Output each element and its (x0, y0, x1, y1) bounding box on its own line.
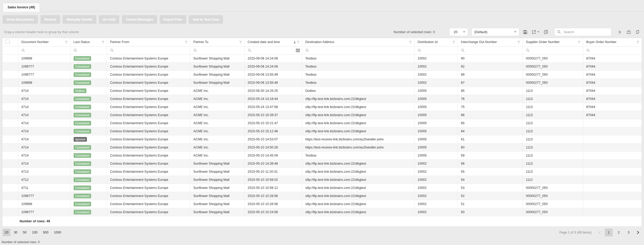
table-row[interactable]: 4714CompletedContoso Entertainment Syste… (2, 159, 642, 168)
table-row[interactable]: 1099777CompletedContoso Entertainment Sy… (2, 192, 642, 200)
filter-icon[interactable] (101, 40, 105, 44)
page-size-option-50[interactable]: 50 (21, 229, 29, 236)
toolbar-button-manually-handle[interactable]: Manually Handle (63, 15, 96, 24)
page-size-option-20[interactable]: 20 (3, 229, 10, 236)
table-row[interactable]: 4713CompletedContoso Entertainment Syste… (2, 168, 642, 176)
page-size-option-500[interactable]: 500 (41, 229, 51, 236)
toolbar-button-add-to-test-case[interactable]: Add to Test Case (189, 15, 223, 24)
table-row[interactable]: 4714CompletedContoso Entertainment Syste… (2, 119, 642, 127)
table-row[interactable]: 4711CompletedContoso Entertainment Syste… (2, 184, 642, 192)
column-header-distribution-id[interactable]: Distribution Id (414, 38, 458, 46)
filter-icon[interactable] (452, 40, 456, 44)
filter-input-partner-to[interactable] (199, 48, 242, 52)
page-number-1[interactable]: 1 (605, 229, 613, 236)
filter-icon[interactable] (239, 40, 242, 44)
row-select-cell[interactable] (2, 79, 18, 87)
row-select-cell[interactable] (2, 176, 18, 184)
search-input[interactable] (563, 30, 608, 34)
table-row[interactable]: 4714CompletedContoso Entertainment Syste… (2, 103, 642, 111)
row-select-cell[interactable] (2, 200, 18, 208)
table-row[interactable]: 4714CompletedContoso Entertainment Syste… (2, 143, 642, 151)
table-row[interactable]: 4714IgnoredContoso Entertainment Systems… (2, 135, 642, 143)
table-row[interactable]: 1099777CompletedContoso Entertainment Sy… (2, 70, 642, 79)
row-select-cell[interactable] (2, 103, 18, 111)
filter-input-supplier-order-number[interactable] (531, 48, 581, 52)
row-select-cell[interactable] (2, 159, 18, 168)
filter-input-interchange-out-number[interactable] (466, 48, 521, 52)
prev-page-button[interactable] (597, 230, 602, 235)
row-select-cell[interactable] (2, 70, 18, 79)
row-select-cell[interactable] (2, 143, 18, 151)
row-select-cell[interactable] (2, 119, 18, 127)
column-header-partner-to[interactable]: Partner To (190, 38, 244, 46)
filter-icon[interactable] (577, 40, 581, 44)
page-size-option-100[interactable]: 100 (30, 229, 40, 236)
row-select-cell[interactable] (2, 168, 18, 176)
filter-icon[interactable] (409, 40, 412, 44)
next-page-button[interactable] (635, 230, 641, 235)
table-row[interactable]: 109998CompletedContoso Entertainment Sys… (2, 54, 642, 62)
table-row[interactable]: 109998CompletedContoso Entertainment Sys… (2, 200, 642, 208)
table-row[interactable]: 1099777CompletedContoso Entertainment Sy… (2, 208, 642, 216)
table-row[interactable]: 4714CompletedContoso Entertainment Syste… (2, 95, 642, 103)
row-select-cell[interactable] (2, 135, 18, 143)
filter-icon[interactable] (517, 40, 521, 44)
copy-button[interactable] (543, 29, 549, 35)
column-header-destination-address[interactable]: Destination Address (302, 38, 414, 46)
row-select-cell[interactable] (2, 95, 18, 103)
filter-input-created-date-and-time[interactable] (253, 48, 294, 52)
page-number-2[interactable]: 2 (615, 229, 623, 236)
column-header-buyer-order-number[interactable]: Buyer Order Number (583, 38, 642, 46)
page-size-select[interactable]: 20 (449, 28, 468, 36)
layout-select[interactable]: (Default) (471, 28, 519, 36)
refresh-button[interactable] (635, 29, 640, 35)
toolbar-button-resend[interactable]: Resend (40, 15, 60, 24)
column-header-partner-from[interactable]: Partner From (107, 38, 190, 46)
row-select-cell[interactable] (2, 208, 18, 216)
column-header-document-number[interactable]: Document Number (18, 38, 70, 46)
row-select-cell[interactable] (2, 54, 18, 62)
row-select-cell[interactable] (2, 184, 18, 192)
save-layout-button[interactable] (523, 29, 528, 35)
table-row[interactable]: 109998CompletedContoso Entertainment Sys… (2, 79, 642, 87)
table-row[interactable]: 4714OutboxContoso Entertainment Systems … (2, 87, 642, 95)
open-box-button[interactable] (626, 29, 631, 35)
toolbar-button-show-documents[interactable]: Show Documents (3, 15, 38, 24)
tab-sales-invoice[interactable]: Sales Invoice (49) (3, 3, 40, 12)
page-size-option-1000[interactable]: 1000 (52, 229, 63, 236)
column-header-created-date-and-time[interactable]: Created date and time (244, 38, 302, 46)
row-select-cell[interactable] (2, 192, 18, 200)
toolbar-button-export-files[interactable]: Export Files (160, 15, 186, 24)
filter-input-document-number[interactable] (27, 48, 68, 52)
table-row[interactable]: 4714CompletedContoso Entertainment Syste… (2, 151, 642, 159)
table-row[interactable]: 4714CompletedContoso Entertainment Syste… (2, 127, 642, 135)
row-select-cell[interactable] (2, 87, 18, 95)
filter-input-partner-from[interactable] (115, 48, 188, 52)
row-select-cell[interactable] (2, 62, 18, 70)
calendar-icon[interactable] (296, 48, 300, 52)
filter-icon[interactable] (297, 40, 300, 44)
group-by-panel[interactable]: Drag a column header here to group by th… (4, 30, 79, 34)
column-header-supplier-order-number[interactable]: Supplier Order Number (523, 38, 583, 46)
row-select-cell[interactable] (2, 151, 18, 159)
export-button[interactable] (531, 29, 540, 35)
filter-icon[interactable] (636, 40, 640, 44)
column-header-last-status[interactable]: Last Status (70, 38, 107, 46)
page-size-option-30[interactable]: 30 (12, 229, 20, 236)
filter-input-destination-address[interactable] (311, 48, 412, 52)
filter-input-last-status[interactable] (79, 48, 105, 52)
filter-input-buyer-order-number[interactable] (592, 48, 640, 52)
page-number-3[interactable]: 3 (625, 229, 633, 236)
select-all-checkbox[interactable] (5, 40, 10, 44)
collapse-panel-button[interactable] (617, 29, 623, 35)
toolbar-button-on-hold[interactable]: On Hold (99, 15, 120, 24)
filter-icon[interactable] (65, 40, 68, 44)
toolbar-button-cancel-messages[interactable]: Cancel Messages (122, 15, 157, 24)
column-header-interchange-out-number[interactable]: Interchange Out Number (458, 38, 523, 46)
filter-icon[interactable] (185, 40, 188, 44)
row-select-cell[interactable] (2, 111, 18, 119)
table-row[interactable]: 1099777CompletedContoso Entertainment Sy… (2, 62, 642, 70)
table-row[interactable]: 4714CompletedContoso Entertainment Syste… (2, 111, 642, 119)
row-select-cell[interactable] (2, 127, 18, 135)
filter-input-distribution-id[interactable] (423, 48, 456, 52)
